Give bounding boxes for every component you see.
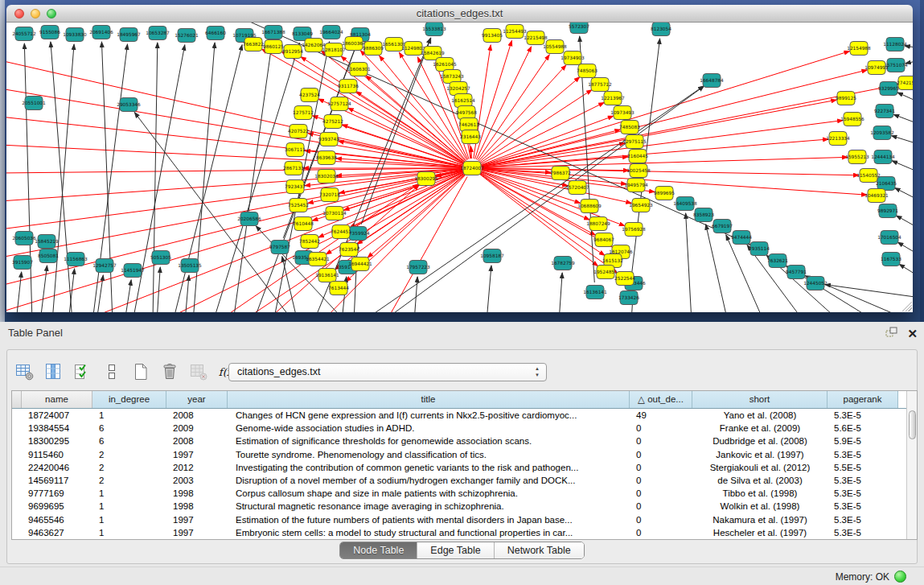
graph-node[interactable]: 4237524 <box>299 89 320 102</box>
graph-node[interactable]: 8358923 <box>693 208 714 222</box>
graph-edge[interactable] <box>478 55 549 160</box>
graph-node[interactable]: 9474444 <box>731 231 752 245</box>
graph-edge[interactable] <box>893 114 913 125</box>
graph-edge[interactable] <box>40 266 47 312</box>
graph-edge[interactable] <box>479 77 580 162</box>
tab-edge-table[interactable]: Edge Table <box>417 542 494 558</box>
graph-node[interactable]: 16162514 <box>451 94 475 108</box>
graph-node[interactable]: 2935114 <box>749 242 770 256</box>
graph-edge[interactable] <box>213 43 299 312</box>
table-row[interactable]: 911546021997Tourette syndrome. Phenomeno… <box>12 448 917 461</box>
tab-network-table[interactable]: Network Table <box>495 542 584 558</box>
graph-node[interactable]: 15720407 <box>565 181 589 195</box>
graph-edge[interactable] <box>362 86 704 312</box>
graph-node[interactable]: 8912954 <box>282 45 303 59</box>
graph-node[interactable]: 2160445 <box>627 150 648 163</box>
graph-edge[interactable] <box>217 184 418 312</box>
table-row[interactable]: 1456911722003Disruption of a novel membe… <box>12 474 917 487</box>
graph-node[interactable]: 6466160 <box>205 27 226 40</box>
graph-node[interactable]: 13505135 <box>178 259 202 273</box>
graph-node[interactable]: 12215498 <box>524 31 548 45</box>
column-header-name[interactable]: name <box>22 391 92 408</box>
graph-node[interactable]: 8639638 <box>316 151 337 165</box>
graph-edge[interactable] <box>361 38 431 225</box>
graph-edge[interactable] <box>233 42 272 312</box>
graph-node[interactable]: 2106435 <box>876 177 897 191</box>
graph-node[interactable]: 7525452 <box>288 199 309 212</box>
graph-edge[interactable] <box>895 187 913 201</box>
graph-edge[interactable] <box>6 171 463 312</box>
graph-edge[interactable] <box>892 161 913 173</box>
memory-ok-indicator[interactable] <box>894 571 906 583</box>
graph-node[interactable]: 19664024 <box>319 26 343 39</box>
graph-node[interactable]: 7320718 <box>319 188 340 202</box>
graph-edge[interactable] <box>414 277 417 312</box>
graph-node[interactable]: 15873243 <box>440 70 464 84</box>
graph-node[interactable]: 12445052 <box>803 277 827 290</box>
graph-edge[interactable] <box>157 267 160 312</box>
graph-node[interactable]: 3067111 <box>285 143 306 157</box>
graph-node[interactable]: 9393743 <box>318 133 339 146</box>
graph-node[interactable]: 9899125 <box>836 92 856 105</box>
graph-node[interactable]: 24055712 <box>12 27 36 41</box>
graph-node[interactable]: 12942757 <box>92 259 117 273</box>
graph-node[interactable]: 7663822 <box>243 38 264 51</box>
graph-node[interactable]: 7485083 <box>619 121 640 134</box>
graph-node[interactable]: 1275712 <box>293 106 314 120</box>
graph-node[interactable]: 2522544 <box>614 272 635 286</box>
graph-node[interactable]: 7923437 <box>285 180 306 194</box>
graph-node[interactable]: 7485063 <box>577 64 598 78</box>
table-row[interactable]: 2242004622012Investigating the contribut… <box>12 461 917 474</box>
graph-node[interactable]: 1167533 <box>881 253 901 266</box>
column-header-year[interactable]: year <box>166 391 228 408</box>
graph-node[interactable]: 20551001 <box>22 97 46 110</box>
graph-node[interactable]: 18724007 <box>460 162 484 175</box>
graph-edge[interactable] <box>706 225 728 312</box>
graph-node[interactable]: 15533813 <box>422 23 446 36</box>
graph-node[interactable]: 17016504 <box>877 231 901 245</box>
graph-node[interactable]: 19734903 <box>561 51 585 65</box>
graph-node[interactable]: 10974993 <box>864 61 889 75</box>
graph-node[interactable]: 7852442 <box>299 235 320 249</box>
table-row[interactable]: 946554611997Estimation of the future num… <box>12 513 917 526</box>
graph-node[interactable]: 9155086 <box>39 26 60 39</box>
graph-node[interactable]: 9311736 <box>338 80 359 93</box>
graph-node[interactable]: 9886309 <box>363 42 384 56</box>
graph-edge[interactable] <box>478 65 566 161</box>
graph-node[interactable]: 12213334 <box>826 132 850 146</box>
resize-grip-icon[interactable] <box>901 300 912 311</box>
graph-node[interactable]: 5572307 <box>569 23 589 34</box>
graph-node[interactable]: 9913405 <box>482 29 503 43</box>
graph-edge[interactable] <box>153 43 158 312</box>
graph-node[interactable]: 10973493 <box>610 106 634 120</box>
graph-node[interactable]: 19136141 <box>315 269 339 282</box>
column-header-title[interactable]: title <box>228 391 630 408</box>
graph-edge[interactable] <box>282 257 298 312</box>
graph-node[interactable]: 2742154 <box>897 76 913 90</box>
graph-edge[interactable] <box>24 43 32 312</box>
graph-node[interactable]: 17957223 <box>406 261 430 274</box>
graph-node[interactable]: 20691406 <box>89 26 113 39</box>
graph-node[interactable]: 10554988 <box>543 40 567 54</box>
graph-node[interactable]: 19495794 <box>624 179 648 192</box>
graph-node[interactable]: 7623544 <box>339 243 359 257</box>
import-table-disabled-icon[interactable] <box>188 361 209 382</box>
table-row[interactable]: 977716911998Corpus callosum shape and si… <box>12 487 917 500</box>
window-titlebar[interactable]: citations_edges.txt <box>6 5 913 23</box>
graph-node[interactable]: 12975115 <box>622 135 647 149</box>
graph-node[interactable]: 19654923 <box>629 199 653 212</box>
graph-node[interactable]: 5051305 <box>150 251 171 265</box>
graph-node[interactable]: 3915907 <box>12 256 33 270</box>
graph-node[interactable]: 7610448 <box>293 217 314 231</box>
graph-edge[interactable] <box>825 285 913 298</box>
select-all-columns-icon[interactable] <box>72 361 93 382</box>
graph-edge[interactable] <box>125 280 131 312</box>
graph-node[interactable]: 18300295 <box>414 172 438 186</box>
graph-node[interactable]: 4275212 <box>322 115 343 129</box>
graph-node[interactable]: 7613444 <box>328 282 349 295</box>
hide-columns-icon[interactable] <box>101 361 122 382</box>
graph-node[interactable]: 18495967 <box>117 28 141 42</box>
column-header-pagerank[interactable]: pagerank <box>827 391 898 408</box>
graph-node[interactable]: 18775712 <box>588 78 612 92</box>
graph-node[interactable]: 11156863 <box>64 253 88 266</box>
